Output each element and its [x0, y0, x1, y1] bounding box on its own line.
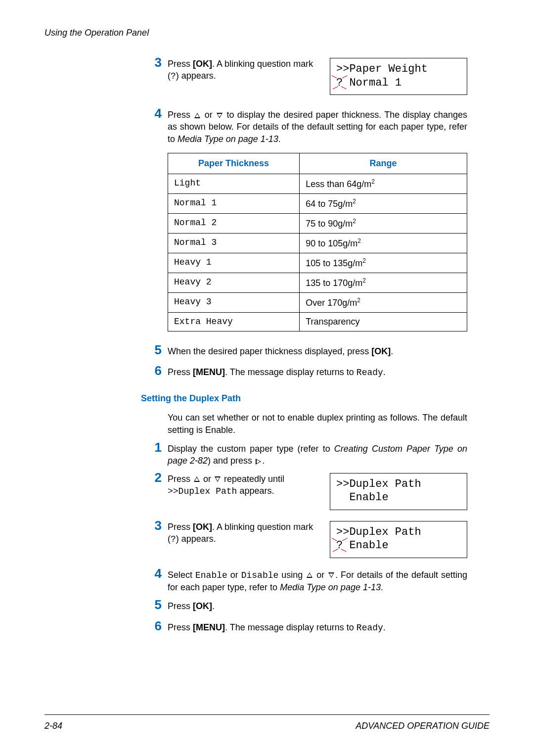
thickness-cell: Light	[168, 174, 300, 193]
lcd-display-duplex: >>Duplex Path Enable	[330, 473, 467, 510]
triangle-up-icon	[194, 113, 200, 118]
step-number: 6	[141, 619, 162, 632]
page-footer: 2-84 ADVANCED OPERATION GUIDE	[44, 714, 490, 731]
text: . The message display returns to	[225, 367, 356, 377]
qmark: ?	[171, 71, 176, 81]
page-number: 2-84	[44, 721, 62, 731]
text: appears.	[237, 486, 274, 496]
table-row: Heavy 2135 to 170g/m2	[168, 273, 467, 292]
th-range: Range	[300, 153, 467, 174]
step-number: 6	[141, 364, 162, 377]
table-row: Normal 275 to 90g/m2	[168, 213, 467, 233]
step-text: Press or repeatedly until >>Duplex Path …	[168, 473, 320, 498]
thickness-cell: Normal 3	[168, 233, 300, 253]
qmark: ?	[171, 534, 176, 544]
step-text: Press [OK].	[168, 600, 467, 612]
xref: Media Type on page 1-13	[280, 582, 381, 592]
range-cell: 75 to 90g/m2	[300, 213, 467, 233]
code: >>Duplex Path	[168, 486, 237, 496]
text: .	[212, 601, 215, 611]
step-text: Press [OK]. A blinking question mark (?)…	[168, 521, 320, 546]
content-column: 3 Press [OK]. A blinking question mark (…	[141, 58, 467, 634]
text: .	[278, 134, 281, 144]
intro-paragraph: You can set whether or not to enable dup…	[168, 412, 467, 436]
triangle-up-icon	[307, 572, 312, 578]
step-b4: 4 Select Enable or Disable using or . Fo…	[141, 569, 467, 594]
step-a6: 6 Press [MENU]. The message display retu…	[141, 366, 467, 378]
step-b5: 5 Press [OK].	[141, 600, 467, 612]
table-row: Heavy 1105 to 135g/m2	[168, 253, 467, 273]
table-row: Extra HeavyTransparency	[168, 312, 467, 331]
text: or	[201, 110, 216, 120]
step-number: 5	[141, 598, 162, 611]
section-heading-duplex: Setting the Duplex Path	[141, 393, 467, 404]
thickness-cell: Heavy 3	[168, 292, 300, 312]
text: .	[381, 582, 383, 592]
lcd-line1: >>Paper Weight	[336, 62, 461, 76]
step-number: 4	[141, 107, 162, 120]
triangle-up-icon	[194, 476, 200, 482]
blinking-cursor: \ / / \ ?	[336, 539, 343, 553]
lcd-text: Enable	[343, 539, 388, 552]
table-row: Normal 164 to 75g/m2	[168, 193, 467, 213]
step-number: 3	[141, 519, 162, 546]
book-title: ADVANCED OPERATION GUIDE	[356, 721, 490, 731]
lcd-line2: \ / / \ ? Normal 1	[336, 76, 461, 90]
text: .	[383, 367, 386, 377]
ready-text: Ready	[356, 623, 383, 633]
thickness-cell: Heavy 1	[168, 253, 300, 273]
code: Enable	[195, 570, 227, 580]
step-number: 5	[141, 343, 162, 356]
table-wrap: Paper Thickness Range LightLess than 64g…	[168, 153, 467, 331]
step-b2-row: 2 Press or repeatedly until >>Duplex Pat…	[141, 473, 467, 510]
step-number: 4	[141, 567, 162, 580]
step-text: Press [MENU]. The message display return…	[168, 366, 467, 378]
th-thickness: Paper Thickness	[168, 153, 300, 174]
step-text: Press [MENU]. The message display return…	[168, 621, 467, 634]
running-header: Using the Operation Panel	[44, 28, 490, 38]
range-cell: Over 170g/m2	[300, 292, 467, 312]
blinking-cursor: \ / / \ ?	[336, 76, 343, 90]
triangle-down-icon	[328, 572, 334, 578]
text: Press	[168, 110, 193, 120]
text: .	[383, 622, 386, 632]
lcd-display-paper-weight: >>Paper Weight \ / / \ ? Normal 1	[330, 58, 467, 95]
text: Press	[168, 59, 193, 69]
thickness-cell: Heavy 2	[168, 273, 300, 292]
thickness-cell: Extra Heavy	[168, 312, 300, 331]
text: Select	[168, 570, 195, 580]
ok-key: [OK]	[193, 522, 212, 532]
ready-text: Ready	[356, 368, 383, 378]
paper-thickness-table: Paper Thickness Range LightLess than 64g…	[168, 153, 467, 331]
text: or	[227, 570, 241, 580]
range-cell: 64 to 75g/m2	[300, 193, 467, 213]
step-text: Display the custom paper type (refer to …	[168, 443, 467, 467]
range-cell: 90 to 105g/m2	[300, 233, 467, 253]
code: Disable	[241, 570, 279, 580]
menu-key: [MENU]	[193, 367, 225, 377]
text: using	[278, 570, 306, 580]
text: Press	[168, 474, 193, 484]
step-b3-row: 3 Press [OK]. A blinking question mark (…	[141, 521, 467, 558]
step-b6: 6 Press [MENU]. The message display retu…	[141, 621, 467, 634]
range-cell: 135 to 170g/m2	[300, 273, 467, 292]
step-number: 1	[141, 441, 162, 454]
step-a3-row: 3 Press [OK]. A blinking question mark (…	[141, 58, 467, 95]
lcd-line2: \ / / \ ? Enable	[336, 539, 461, 553]
ok-key: [OK]	[371, 346, 391, 356]
text: ) and press	[208, 456, 255, 466]
lcd-line2: Enable	[336, 491, 461, 505]
step-text: When the desired paper thickness display…	[168, 345, 467, 357]
table-row: Normal 390 to 105g/m2	[168, 233, 467, 253]
step-number: 2	[141, 471, 162, 498]
step-text: Select Enable or Disable using or . For …	[168, 569, 467, 594]
menu-key: [MENU]	[193, 622, 225, 632]
thickness-cell: Normal 1	[168, 193, 300, 213]
text: Press	[168, 622, 193, 632]
qmark: ?	[336, 77, 343, 89]
text: ) appears.	[176, 71, 216, 81]
range-cell: 105 to 135g/m2	[300, 253, 467, 273]
triangle-down-icon	[217, 113, 222, 118]
triangle-right-icon	[256, 459, 261, 465]
text: .	[391, 346, 393, 356]
